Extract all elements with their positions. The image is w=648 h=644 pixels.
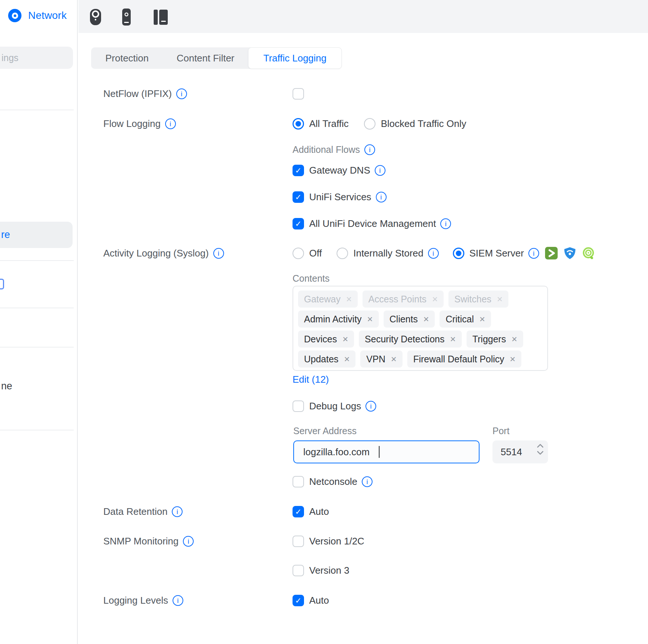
- content-tag-label: Clients: [390, 314, 418, 325]
- server-address-label: Server Address: [293, 426, 357, 436]
- snmp-v12c-checkbox[interactable]: [293, 536, 304, 547]
- content-tag[interactable]: VPN×: [360, 350, 403, 368]
- remove-tag-icon[interactable]: ×: [343, 334, 348, 344]
- content-tag[interactable]: Security Detections×: [359, 331, 462, 348]
- all-traffic-label: All Traffic: [309, 118, 348, 130]
- info-icon[interactable]: i: [376, 192, 387, 202]
- remove-tag-icon[interactable]: ×: [344, 354, 350, 364]
- remove-tag-icon: ×: [497, 294, 502, 304]
- chevron-up-icon[interactable]: [537, 444, 544, 448]
- content-tag-label: Gateway: [304, 294, 341, 305]
- content-tag-label: Devices: [304, 334, 337, 345]
- syslog-off-radio[interactable]: [293, 248, 304, 259]
- sensor-device-icon[interactable]: [122, 9, 131, 26]
- info-icon[interactable]: i: [165, 118, 176, 129]
- sidebar: Network ings re ne: [0, 0, 78, 644]
- info-icon[interactable]: i: [176, 88, 187, 99]
- logging-levels-auto-checkbox[interactable]: [293, 595, 304, 606]
- netconsole-checkbox[interactable]: [293, 476, 304, 487]
- content-tag-label: Admin Activity: [304, 314, 362, 325]
- contents-tag-row: Gateway×Access Points×Switches×: [298, 291, 542, 308]
- content-tag-label: VPN: [366, 354, 385, 365]
- chevron-down-icon[interactable]: [537, 451, 544, 455]
- info-icon[interactable]: i: [362, 476, 373, 487]
- info-icon[interactable]: i: [440, 218, 451, 229]
- unifi-services-checkbox[interactable]: [293, 191, 304, 203]
- snmp-v3-label: Version 3: [309, 565, 349, 576]
- data-retention-auto-checkbox[interactable]: [293, 506, 304, 517]
- tab-traffic-logging[interactable]: Traffic Logging: [248, 47, 342, 69]
- info-icon[interactable]: i: [183, 536, 194, 547]
- info-icon[interactable]: i: [428, 248, 439, 259]
- content-tag: Switches×: [448, 291, 508, 308]
- tab-protection[interactable]: Protection: [91, 47, 163, 69]
- content-tag[interactable]: Triggers×: [467, 331, 523, 348]
- remove-tag-icon[interactable]: ×: [480, 314, 485, 324]
- contents-label: Contents: [293, 273, 330, 284]
- content-tag[interactable]: Updates×: [298, 350, 355, 368]
- server-address-value: logzilla.foo.com: [303, 446, 370, 458]
- sidebar-item-active[interactable]: re: [0, 222, 73, 248]
- blocked-traffic-radio[interactable]: [364, 118, 375, 130]
- content-tag-label: Updates: [304, 354, 338, 365]
- port-input[interactable]: 5514: [492, 440, 548, 463]
- contents-tag-row: Devices×Security Detections×Triggers×: [298, 331, 542, 348]
- contents-tag-row: Updates×VPN×Firewall Default Policy×: [298, 350, 542, 368]
- sidebar-divider: [0, 308, 74, 308]
- content-tag-label: Switches: [454, 294, 491, 305]
- remove-tag-icon[interactable]: ×: [367, 314, 373, 324]
- snmp-v12c-label: Version 1/2C: [309, 536, 364, 547]
- camera-device-icon[interactable]: [90, 9, 101, 25]
- internally-stored-label: Internally Stored: [353, 248, 423, 259]
- netconsole-label: Netconsole: [309, 476, 357, 487]
- content-tag[interactable]: Admin Activity×: [298, 311, 379, 328]
- content-tag[interactable]: Clients×: [384, 311, 435, 328]
- sidebar-item-fragment[interactable]: ne: [1, 380, 12, 392]
- sidebar-divider: [0, 430, 74, 430]
- blocked-traffic-label: Blocked Traffic Only: [381, 118, 466, 130]
- gateway-dns-checkbox[interactable]: [293, 165, 304, 176]
- info-icon[interactable]: i: [375, 165, 385, 176]
- content-tag[interactable]: Devices×: [298, 331, 354, 348]
- port-label: Port: [492, 426, 510, 436]
- content-tag[interactable]: Critical×: [440, 311, 491, 328]
- data-retention-label: Data Retention: [103, 506, 167, 517]
- info-icon[interactable]: i: [365, 401, 376, 412]
- remove-tag-icon[interactable]: ×: [450, 334, 455, 344]
- data-retention-auto-label: Auto: [309, 506, 329, 517]
- remove-tag-icon[interactable]: ×: [511, 334, 517, 344]
- content-tag[interactable]: Firewall Default Policy×: [407, 350, 521, 368]
- contents-tags: Gateway×Access Points×Switches×Admin Act…: [293, 286, 548, 371]
- remove-tag-icon[interactable]: ×: [423, 314, 429, 324]
- port-stepper: [537, 444, 544, 455]
- edit-contents-link[interactable]: Edit (12): [293, 374, 329, 385]
- security-shield-icon: [564, 247, 576, 259]
- server-address-input[interactable]: logzilla.foo.com: [293, 440, 480, 463]
- gateway-dns-label: Gateway DNS: [309, 165, 370, 176]
- content-tag-label: Triggers: [472, 334, 506, 345]
- debug-logs-checkbox[interactable]: [293, 400, 304, 412]
- tab-content-filter[interactable]: Content Filter: [163, 47, 248, 69]
- remove-tag-icon[interactable]: ×: [391, 354, 397, 364]
- additional-flows-label: Additional Flows: [293, 144, 360, 155]
- brand[interactable]: Network: [8, 9, 67, 22]
- info-icon[interactable]: i: [173, 595, 183, 606]
- sidebar-search-fragment: ings: [1, 53, 19, 63]
- info-icon[interactable]: i: [364, 144, 375, 155]
- logging-levels-auto-label: Auto: [309, 595, 329, 606]
- internally-stored-radio[interactable]: [337, 248, 348, 259]
- sidebar-partial-icon: [0, 279, 4, 289]
- remove-tag-icon[interactable]: ×: [510, 354, 515, 364]
- console-device-icon[interactable]: [154, 10, 168, 25]
- snmp-v3-checkbox[interactable]: [293, 565, 304, 576]
- siem-server-radio[interactable]: [453, 248, 464, 259]
- sidebar-search-input[interactable]: ings: [0, 47, 73, 69]
- netflow-checkbox[interactable]: [293, 88, 304, 100]
- all-unifi-device-management-checkbox[interactable]: [293, 218, 304, 229]
- info-icon[interactable]: i: [213, 248, 224, 259]
- info-icon[interactable]: i: [172, 506, 183, 517]
- info-icon[interactable]: i: [528, 248, 539, 259]
- content-tag-label: Security Detections: [365, 334, 444, 345]
- text-caret: [379, 446, 380, 458]
- all-traffic-radio[interactable]: [293, 118, 304, 130]
